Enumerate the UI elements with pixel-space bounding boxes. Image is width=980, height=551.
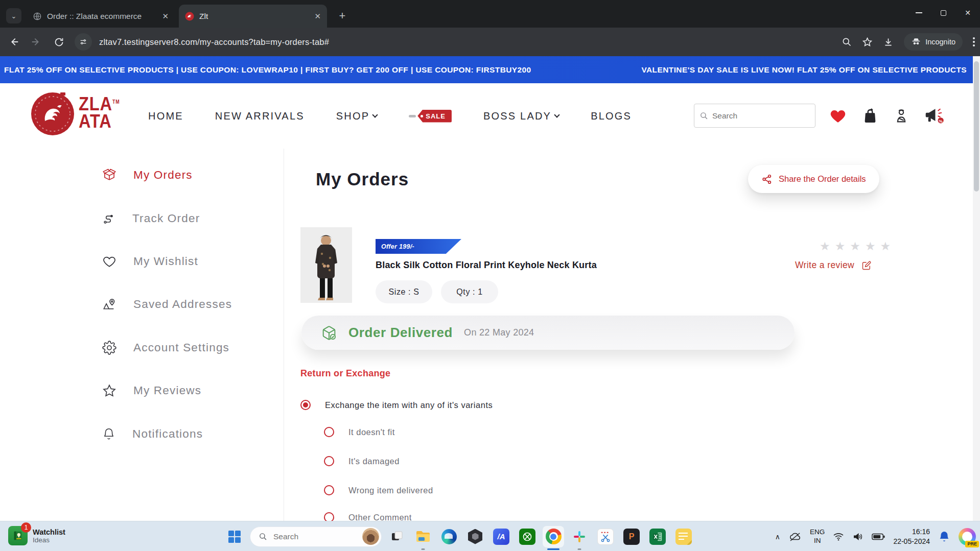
header-search-box[interactable] [694,104,815,128]
incognito-badge: Incognito [904,33,963,51]
copilot-icon[interactable]: PRE [959,528,976,545]
sidebar-item-label: My Reviews [133,384,201,397]
forward-button[interactable] [28,33,45,51]
clock[interactable]: 16:1622-05-2024 [893,527,930,545]
promo-banner: FLAT 25% OFF ON SELECTIVE PRODUCTS | USE… [0,56,973,83]
sidebar-item-notifications[interactable]: Notifications [102,427,203,441]
download-icon[interactable] [883,37,894,47]
bookmark-star-icon[interactable] [862,37,873,47]
edge-icon[interactable] [438,526,460,547]
option-doesnt-fit[interactable]: It doesn't fit [324,427,395,437]
search-input[interactable] [712,111,799,121]
url-bar[interactable]: zltav7.testingserver8.com/my-accounts?ta… [99,37,329,47]
snipping-tool-icon[interactable] [595,526,616,547]
radio-icon[interactable] [324,485,334,495]
account-person-icon[interactable] [893,107,909,125]
package-delivered-icon [321,325,337,341]
volume-icon[interactable] [852,532,864,542]
nav-sale[interactable]: SALE [409,110,452,123]
radio-icon[interactable] [324,456,334,466]
star-icon[interactable]: ★ [880,239,891,253]
chevron-down-icon [554,112,559,117]
nav-boss-lady[interactable]: BOSS LADY [483,110,559,122]
file-explorer-icon[interactable] [412,526,434,547]
star-icon[interactable]: ★ [835,239,846,253]
tab-search-button[interactable]: ⌄ [6,8,21,23]
browser-toolbar: zltav7.testingserver8.com/my-accounts?ta… [0,28,980,56]
star-icon[interactable]: ★ [820,239,830,253]
sidebar-item-saved-addresses[interactable]: Saved Addresses [102,297,232,312]
product-image[interactable] [300,227,352,303]
radio-icon[interactable] [324,427,334,437]
tab-close-icon[interactable]: ✕ [314,12,321,21]
xbox-icon[interactable] [517,526,538,547]
taskbar-widget[interactable]: 1 Watchlist Ideas [8,526,65,545]
browser-tab-active[interactable]: Zlt ✕ [179,5,327,28]
cart-bag-icon[interactable] [861,107,879,125]
option-exchange-variants[interactable]: Exchange the item with any of it's varia… [300,400,493,410]
browser-menu-icon[interactable] [973,37,975,46]
order-status-bar: Order Delivered On 22 May 2024 [301,316,795,350]
search-highlight-image[interactable] [362,528,379,545]
task-view-button[interactable] [386,526,408,547]
write-review-link[interactable]: Write a review [795,260,872,271]
zoom-icon[interactable] [842,37,852,47]
sidebar-item-my-orders[interactable]: My Orders [102,168,193,182]
sidebar-item-track-order[interactable]: Track Order [102,211,200,226]
notification-bell-icon[interactable] [938,530,950,543]
star-icon[interactable]: ★ [865,239,876,253]
excel-icon[interactable] [647,526,668,547]
nav-new-arrivals[interactable]: NEW ARRIVALS [215,110,305,122]
tab-close-icon[interactable]: ✕ [162,12,169,21]
wishlist-heart-icon[interactable] [829,107,847,125]
powerpoint-icon[interactable]: P [621,526,642,547]
page-content: My Orders Track Order My Wishlist Saved … [0,149,980,521]
back-button[interactable] [5,33,22,51]
page-scrollbar[interactable] [973,56,980,521]
share-order-button[interactable]: Share the Order details [748,165,879,193]
orders-main: My Orders Share the Order details [284,149,974,521]
close-button[interactable]: ✕ [955,0,980,26]
offers-megaphone-icon[interactable]: % [924,106,944,126]
sidebar-item-account-settings[interactable]: Account Settings [102,341,229,355]
share-icon [761,174,773,185]
radio-selected-icon[interactable] [300,400,311,410]
gear-icon [102,341,116,355]
size-chip: Size : S [376,280,432,303]
browser-tab-inactive[interactable]: Order :: Zlaata ecommerce ✕ [27,5,175,28]
nav-home[interactable]: HOME [148,110,183,122]
language-indicator[interactable]: ENGIN [810,528,825,545]
screen: ⌄ Order :: Zlaata ecommerce ✕ Zlt ✕ + ✕ [0,0,980,551]
nav-blogs[interactable]: BLOGS [591,110,632,122]
watchlist-widget-icon: 1 [8,526,28,545]
onedrive-paused-icon[interactable] [788,531,802,542]
wifi-icon[interactable] [833,532,844,541]
sidebar-item-my-reviews[interactable]: My Reviews [102,384,201,398]
order-date-text: On 22 May 2024 [464,327,534,338]
slash-a-app-icon[interactable]: /A [491,526,512,547]
new-tab-button[interactable]: + [335,8,350,23]
maximize-button[interactable] [931,0,955,26]
option-damaged[interactable]: It's damaged [324,456,400,466]
chrome-icon[interactable] [543,526,564,547]
battery-icon[interactable] [872,533,885,541]
sidebar-item-my-wishlist[interactable]: My Wishlist [102,254,198,269]
option-wrong-item[interactable]: Wrong item delivered [324,485,433,495]
tray-chevron-icon[interactable]: ∧ [775,533,780,541]
sidebar-item-label: Track Order [132,212,200,225]
nav-shop[interactable]: SHOP [336,110,377,122]
site-info-button[interactable] [75,33,92,51]
taskbar-search-box[interactable] [250,526,382,547]
hexagon-app-icon[interactable] [464,526,486,547]
minimize-button[interactable] [906,0,931,26]
zlaata-logo[interactable]: ZLATMATA [31,89,125,136]
incognito-label: Incognito [925,38,955,46]
slack-icon[interactable] [569,526,590,547]
star-icon[interactable]: ★ [850,239,860,253]
rating-stars[interactable]: ★ ★ ★ ★ ★ [820,239,891,253]
sticky-notes-icon[interactable] [673,526,694,547]
scrollbar-thumb[interactable] [974,61,979,191]
start-button[interactable] [224,526,245,547]
taskbar-search-input[interactable] [273,532,350,541]
reload-button[interactable] [50,33,67,51]
